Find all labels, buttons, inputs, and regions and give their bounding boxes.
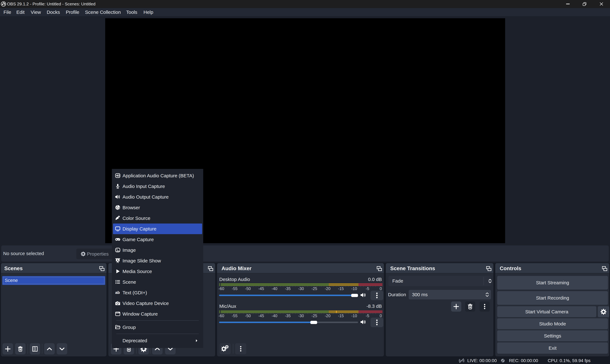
svg-text:ab: ab <box>115 290 120 295</box>
